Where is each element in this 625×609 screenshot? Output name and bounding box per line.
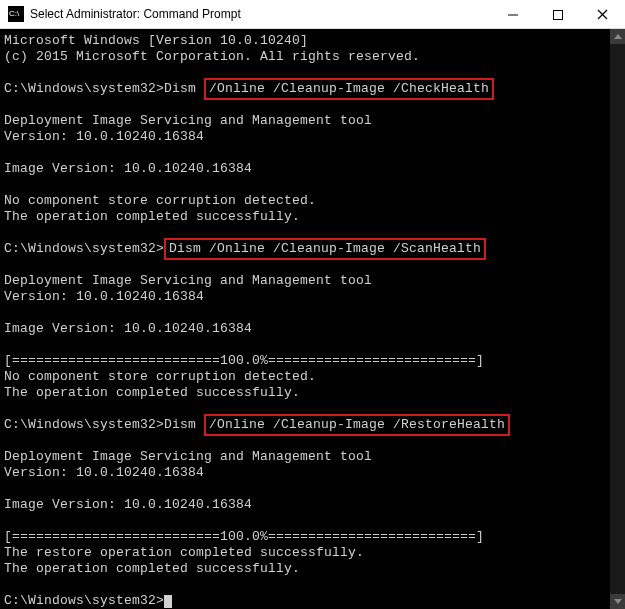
highlight-scanhealth: Dism /Online /Cleanup-Image /ScanHealth [164, 238, 486, 260]
scroll-up-button[interactable] [610, 29, 625, 44]
scroll-track[interactable] [610, 44, 625, 594]
image-version: Image Version: 10.0.10240.16384 [4, 161, 252, 176]
svg-marker-4 [614, 34, 622, 39]
result-line: No component store corruption detected. [4, 369, 316, 384]
chevron-up-icon [614, 34, 622, 39]
window-titlebar: Select Administrator: Command Prompt [0, 0, 625, 29]
chevron-down-icon [614, 599, 622, 604]
maximize-icon [553, 10, 563, 20]
minimize-icon [508, 10, 518, 20]
result-line: The operation completed successfully. [4, 209, 300, 224]
image-version: Image Version: 10.0.10240.16384 [4, 497, 252, 512]
prompt: C:\Windows\system32> [4, 593, 164, 608]
console-output[interactable]: Microsoft Windows [Version 10.0.10240] (… [0, 29, 610, 609]
maximize-button[interactable] [535, 0, 580, 29]
console-container: Microsoft Windows [Version 10.0.10240] (… [0, 29, 625, 609]
result-line: The operation completed successfully. [4, 385, 300, 400]
prompt: C:\Windows\system32> [4, 417, 164, 432]
dism-tool-title: Deployment Image Servicing and Managemen… [4, 273, 372, 288]
minimize-button[interactable] [490, 0, 535, 29]
text-cursor [164, 595, 172, 608]
close-button[interactable] [580, 0, 625, 29]
vertical-scrollbar[interactable] [610, 29, 625, 609]
svg-rect-1 [553, 10, 562, 19]
window-title: Select Administrator: Command Prompt [30, 7, 490, 21]
image-version: Image Version: 10.0.10240.16384 [4, 321, 252, 336]
prompt: C:\Windows\system32> [4, 81, 164, 96]
prompt: C:\Windows\system32> [4, 241, 164, 256]
window-controls [490, 0, 625, 28]
dism-tool-title: Deployment Image Servicing and Managemen… [4, 449, 372, 464]
dism-tool-version: Version: 10.0.10240.16384 [4, 465, 204, 480]
svg-marker-5 [614, 599, 622, 604]
close-icon [597, 9, 608, 20]
result-line: No component store corruption detected. [4, 193, 316, 208]
dism-tool-version: Version: 10.0.10240.16384 [4, 129, 204, 144]
os-version-line: Microsoft Windows [Version 10.0.10240] [4, 33, 308, 48]
cmd-prompt-icon [8, 6, 24, 22]
dism-tool-version: Version: 10.0.10240.16384 [4, 289, 204, 304]
highlight-checkhealth: /Online /Cleanup-Image /CheckHealth [204, 78, 494, 100]
copyright-line: (c) 2015 Microsoft Corporation. All righ… [4, 49, 420, 64]
command-prefix: Dism [164, 81, 204, 96]
command-prefix: Dism [164, 417, 204, 432]
result-line: The operation completed successfully. [4, 561, 300, 576]
result-line: The restore operation completed successf… [4, 545, 364, 560]
highlight-restorehealth: /Online /Cleanup-Image /RestoreHealth [204, 414, 510, 436]
progress-bar: [==========================100.0%=======… [4, 353, 484, 368]
scroll-down-button[interactable] [610, 594, 625, 609]
dism-tool-title: Deployment Image Servicing and Managemen… [4, 113, 372, 128]
progress-bar: [==========================100.0%=======… [4, 529, 484, 544]
